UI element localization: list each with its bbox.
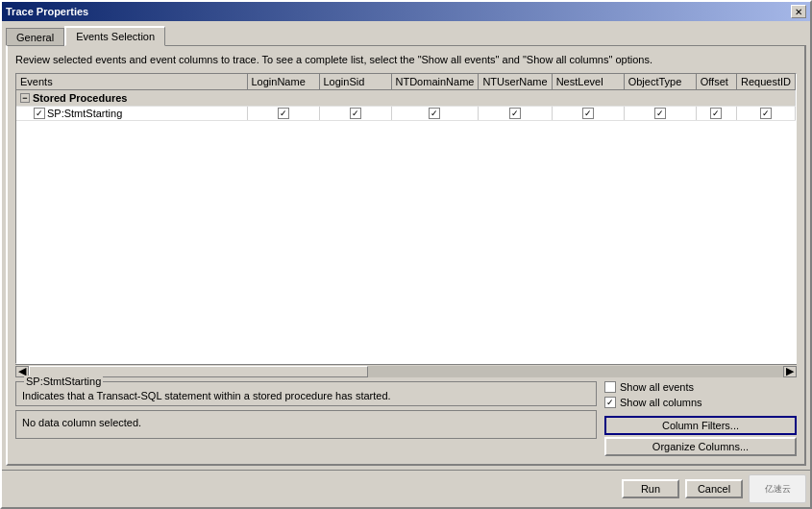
title-bar: Trace Properties ✕	[2, 2, 810, 21]
cell-offset	[696, 107, 736, 121]
tab-events-selection[interactable]: Events Selection	[64, 26, 165, 46]
show-all-columns-label: Show all columns	[620, 397, 702, 408]
col-header-objecttype: ObjectType	[624, 74, 696, 90]
events-table-container[interactable]: Events LoginName LoginSid NTDomainName	[15, 73, 797, 364]
nestlevel-checkbox[interactable]	[582, 108, 594, 119]
watermark-logo: 亿速云	[749, 474, 806, 503]
event-checkbox[interactable]	[34, 108, 45, 119]
cell-loginname	[247, 107, 319, 121]
group-row-stored-procedures: − Stored Procedures	[16, 90, 796, 107]
loginsid-checkbox[interactable]	[350, 108, 361, 119]
col-header-loginname: LoginName	[247, 74, 319, 90]
cell-ntusername	[479, 107, 552, 121]
ntusername-checkbox[interactable]	[509, 108, 521, 119]
collapse-group-icon[interactable]: −	[20, 93, 30, 103]
tab-content: Review selected events and event columns…	[6, 45, 806, 466]
close-button[interactable]: ✕	[791, 5, 806, 18]
col-header-offset: Offset	[696, 74, 736, 90]
ntdomainname-checkbox[interactable]	[429, 108, 440, 119]
action-buttons: Column Filters... Organize Columns...	[604, 416, 797, 456]
column-filters-button[interactable]: Column Filters...	[604, 416, 797, 435]
scroll-right-button[interactable]: ▶	[783, 366, 797, 377]
offset-checkbox[interactable]	[710, 108, 722, 119]
event-name-cell: SP:StmtStarting	[16, 107, 247, 121]
col-header-loginsid: LoginSid	[319, 74, 391, 90]
main-content: General Events Selection Review selected…	[2, 21, 810, 470]
tab-general[interactable]: General	[6, 28, 64, 47]
no-data-box: No data column selected.	[15, 410, 597, 439]
window-title: Trace Properties	[6, 6, 88, 17]
loginname-checkbox[interactable]	[278, 108, 289, 119]
show-all-events-checkbox[interactable]	[604, 381, 616, 393]
event-description-text: Indicates that a Transact-SQL statement …	[22, 390, 590, 401]
events-table: Events LoginName LoginSid NTDomainName	[16, 74, 796, 121]
description-text: Review selected events and event columns…	[15, 54, 797, 65]
show-all-events-label: Show all events	[620, 381, 694, 393]
event-row-spstmtstarting: SP:StmtStarting	[16, 107, 796, 121]
show-all-columns-option: Show all columns	[604, 397, 797, 408]
organize-columns-button[interactable]: Organize Columns...	[604, 437, 797, 456]
col-header-ntusername: NTUserName	[479, 74, 552, 90]
scrollbar-area: ◀ ▶	[15, 364, 797, 377]
info-panel: SP:StmtStarting Indicates that a Transac…	[15, 381, 597, 456]
cell-ntdomainname	[391, 107, 479, 121]
bottom-section: SP:StmtStarting Indicates that a Transac…	[15, 381, 797, 456]
tab-bar: General Events Selection	[6, 25, 806, 45]
show-all-columns-checkbox[interactable]	[604, 397, 616, 408]
requestid-checkbox[interactable]	[760, 108, 772, 119]
run-button[interactable]: Run	[622, 479, 679, 498]
col-header-ntdomainname: NTDomainName	[391, 74, 479, 90]
col-header-requestid: RequestID	[737, 74, 796, 90]
cell-objecttype	[624, 107, 696, 121]
right-panel: Show all events Show all columns Column …	[604, 381, 797, 456]
event-description-title: SP:StmtStarting	[24, 376, 103, 387]
cell-requestid	[737, 107, 796, 121]
col-header-events: Events	[16, 74, 247, 90]
cell-loginsid	[319, 107, 391, 121]
objecttype-checkbox[interactable]	[654, 108, 666, 119]
group-name: Stored Procedures	[33, 92, 127, 104]
event-description-box: SP:StmtStarting Indicates that a Transac…	[15, 381, 597, 406]
bottom-bar: Run Cancel 亿速云	[2, 470, 810, 507]
event-label: SP:StmtStarting	[47, 108, 122, 119]
cell-nestlevel	[552, 107, 624, 121]
no-data-label: No data column selected.	[22, 417, 141, 428]
cancel-button[interactable]: Cancel	[685, 479, 743, 498]
window: Trace Properties ✕ General Events Select…	[0, 0, 812, 509]
scrollbar-track[interactable]	[29, 366, 783, 377]
show-all-events-option: Show all events	[604, 381, 797, 393]
col-header-nestlevel: NestLevel	[552, 74, 624, 90]
